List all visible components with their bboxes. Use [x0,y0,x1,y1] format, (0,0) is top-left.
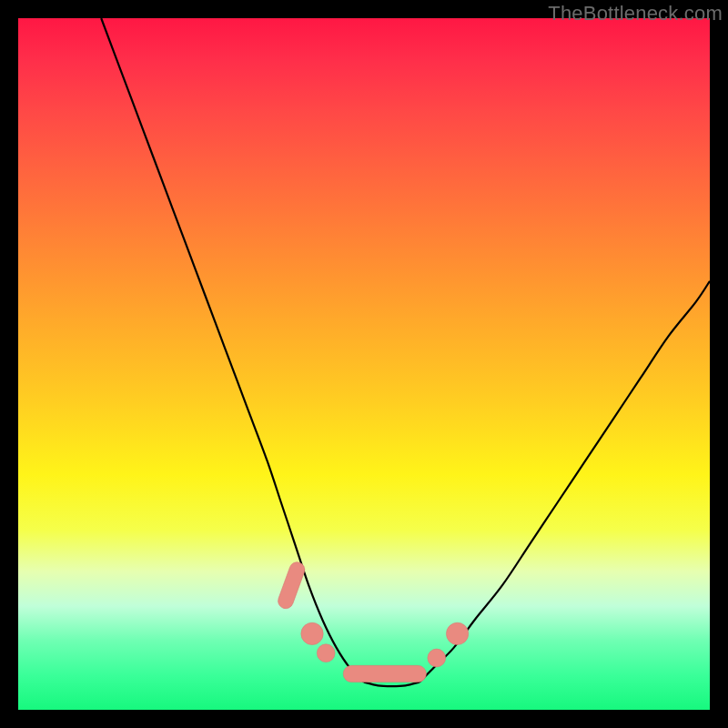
curve-trough [364,682,420,687]
curve-right [420,281,710,682]
marker-capsule [276,560,307,611]
watermark-text: TheBottleneck.com [548,2,723,25]
plot-area [18,18,710,710]
chart-frame: TheBottleneck.com [0,0,728,728]
marker-dot [317,644,335,662]
marker-dot [301,622,323,644]
chart-svg [18,18,710,710]
marker-capsule [343,665,426,682]
marker-dot [446,622,468,644]
curve-left [101,18,364,682]
trough-markers [276,560,469,682]
marker-dot [428,649,446,667]
